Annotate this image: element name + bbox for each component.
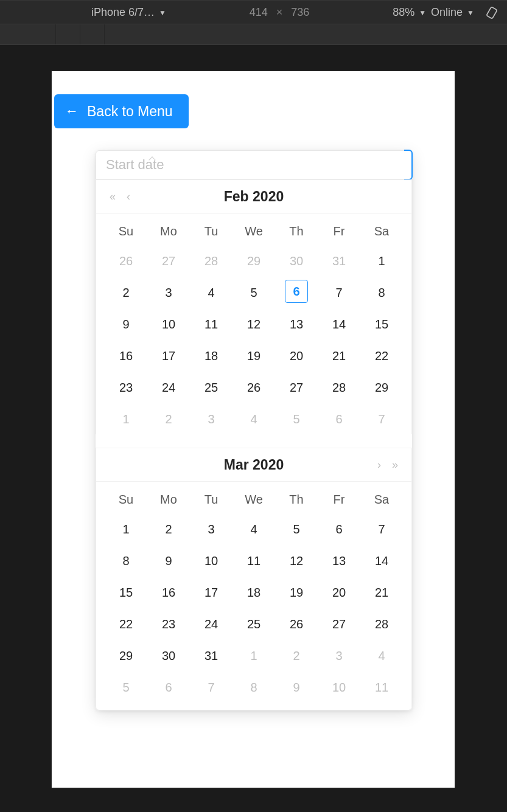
calendar-day[interactable]: 4 (190, 280, 233, 305)
calendar-day[interactable]: 19 (275, 580, 318, 605)
calendar-day-other-month[interactable]: 4 (360, 643, 403, 668)
calendar-day[interactable]: 10 (190, 548, 233, 574)
calendar-day-other-month[interactable]: 2 (275, 643, 318, 668)
calendar-day[interactable]: 31 (190, 643, 233, 668)
calendar-day[interactable]: 28 (360, 611, 403, 637)
calendar-day[interactable]: 20 (275, 343, 318, 369)
calendar-day[interactable]: 12 (233, 311, 275, 337)
calendar-day[interactable]: 7 (318, 280, 360, 305)
calendar-day-other-month[interactable]: 28 (190, 248, 233, 274)
viewport-height[interactable]: 736 (291, 6, 309, 19)
calendar-day[interactable]: 27 (318, 611, 360, 637)
start-date-input-wrap[interactable] (96, 150, 412, 179)
calendar-day[interactable]: 8 (105, 548, 147, 574)
calendar-title[interactable]: Feb 2020 (224, 189, 284, 205)
devtools-subtoolbar (0, 24, 507, 45)
calendar-day[interactable]: 24 (190, 611, 233, 637)
calendar-day[interactable]: 6 (318, 516, 360, 542)
calendar-day-other-month[interactable]: 7 (190, 675, 233, 700)
calendar-day[interactable]: 21 (318, 343, 360, 369)
calendar-day[interactable]: 27 (275, 375, 318, 400)
calendar-day[interactable]: 4 (233, 516, 275, 542)
calendar-day[interactable]: 16 (105, 343, 147, 369)
calendar-day-other-month[interactable]: 1 (233, 643, 275, 668)
calendar-day-other-month[interactable]: 10 (318, 675, 360, 700)
calendar-day[interactable]: 23 (147, 611, 190, 637)
calendar-day[interactable]: 18 (190, 343, 233, 369)
calendar-title[interactable]: Mar 2020 (224, 457, 284, 473)
calendar-day[interactable]: 2 (105, 280, 147, 305)
calendar-day[interactable]: 5 (275, 516, 318, 542)
calendar-day[interactable]: 30 (147, 643, 190, 668)
calendar-day-other-month[interactable]: 31 (318, 248, 360, 274)
calendar-day-other-month[interactable]: 11 (360, 675, 403, 700)
calendar-day[interactable]: 19 (233, 343, 275, 369)
calendar-day[interactable]: 23 (105, 375, 147, 400)
calendar-day[interactable]: 13 (318, 548, 360, 574)
calendar-day[interactable]: 15 (360, 311, 403, 337)
prev-year-button[interactable]: « (107, 188, 118, 206)
back-to-menu-button[interactable]: ← Back to Menu (54, 94, 189, 128)
calendar-day[interactable]: 17 (147, 343, 190, 369)
calendar-day[interactable]: 18 (233, 580, 275, 605)
calendar-day[interactable]: 26 (233, 375, 275, 400)
calendar-panel-feb: « ‹ Feb 2020 SuMoTuWeThFrSa2627282930311… (96, 179, 412, 434)
device-select[interactable]: iPhone 6/7… ▼ (91, 6, 166, 19)
calendar-day[interactable]: 24 (147, 375, 190, 400)
calendar-day[interactable]: 14 (318, 311, 360, 337)
prev-month-button[interactable]: ‹ (124, 188, 133, 206)
calendar-day-other-month[interactable]: 3 (318, 643, 360, 668)
calendar-day[interactable]: 7 (360, 516, 403, 542)
calendar-day[interactable]: 25 (190, 375, 233, 400)
next-month-button[interactable]: › (375, 456, 383, 474)
calendar-day[interactable]: 9 (147, 548, 190, 574)
next-year-button[interactable]: » (390, 456, 400, 474)
calendar-day[interactable]: 1 (105, 516, 147, 542)
calendar-day[interactable]: 22 (105, 611, 147, 637)
calendar-day-other-month[interactable]: 27 (147, 248, 190, 274)
calendar-day[interactable]: 12 (275, 548, 318, 574)
calendar-day[interactable]: 11 (233, 548, 275, 574)
calendar-day[interactable]: 15 (105, 580, 147, 605)
zoom-select[interactable]: 88% ▼ (393, 6, 426, 19)
calendar-day-other-month[interactable]: 3 (190, 406, 233, 432)
calendar-day[interactable]: 9 (105, 311, 147, 337)
calendar-day[interactable]: 22 (360, 343, 403, 369)
calendar-day[interactable]: 11 (190, 311, 233, 337)
calendar-day[interactable]: 8 (360, 280, 403, 305)
calendar-day[interactable]: 13 (275, 311, 318, 337)
calendar-day-other-month[interactable]: 29 (233, 248, 275, 274)
calendar-day[interactable]: 17 (190, 580, 233, 605)
calendar-day[interactable]: 20 (318, 580, 360, 605)
calendar-day-other-month[interactable]: 7 (360, 406, 403, 432)
calendar-day-today[interactable]: 6 (285, 280, 308, 303)
calendar-day-other-month[interactable]: 5 (275, 406, 318, 432)
viewport-width[interactable]: 414 (250, 6, 268, 19)
calendar-day[interactable]: 16 (147, 580, 190, 605)
rotate-icon[interactable] (485, 6, 498, 19)
calendar-day-other-month[interactable]: 4 (233, 406, 275, 432)
calendar-day[interactable]: 29 (360, 375, 403, 400)
calendar-day-other-month[interactable]: 1 (105, 406, 147, 432)
calendar-day-other-month[interactable]: 2 (147, 406, 190, 432)
calendar-day-other-month[interactable]: 5 (105, 675, 147, 700)
calendar-day[interactable]: 1 (360, 248, 403, 274)
calendar-day[interactable]: 26 (275, 611, 318, 637)
calendar-day[interactable]: 3 (190, 516, 233, 542)
calendar-day[interactable]: 28 (318, 375, 360, 400)
calendar-day[interactable]: 10 (147, 311, 190, 337)
calendar-day[interactable]: 21 (360, 580, 403, 605)
calendar-day-other-month[interactable]: 6 (147, 675, 190, 700)
calendar-day-other-month[interactable]: 8 (233, 675, 275, 700)
calendar-day[interactable]: 29 (105, 643, 147, 668)
calendar-day[interactable]: 14 (360, 548, 403, 574)
calendar-day-other-month[interactable]: 6 (318, 406, 360, 432)
calendar-day[interactable]: 2 (147, 516, 190, 542)
calendar-day[interactable]: 5 (233, 280, 275, 305)
calendar-day-other-month[interactable]: 9 (275, 675, 318, 700)
calendar-day-other-month[interactable]: 30 (275, 248, 318, 274)
calendar-day[interactable]: 3 (147, 280, 190, 305)
calendar-day-other-month[interactable]: 26 (105, 248, 147, 274)
calendar-day[interactable]: 25 (233, 611, 275, 637)
throttle-select[interactable]: Online ▼ (431, 6, 474, 19)
